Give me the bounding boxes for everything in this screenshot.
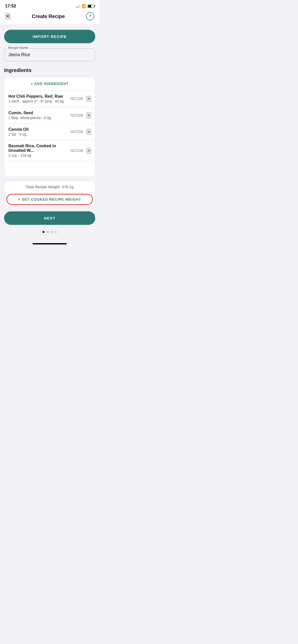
page-title: Create Recipe <box>32 13 65 19</box>
ingredient-remove-button[interactable]: ✕ <box>87 112 91 118</box>
page-dot-2 <box>47 231 49 233</box>
ingredient-name: Basmati Rice, Cooked in Unsalted W... <box>8 144 70 153</box>
ingredient-name: Hot Chili Peppers, Red, Raw <box>8 94 70 99</box>
page-dots <box>4 231 95 233</box>
ingredient-detail: 2 cup - 316.0g <box>8 153 70 157</box>
home-bar <box>33 243 67 244</box>
ingredient-row: Canola Oil 2 tsp - 9.1g NCCDB ✕ <box>4 124 95 140</box>
ingredient-detail: 2 tsp - 9.1g <box>8 132 70 136</box>
page-dot-3 <box>51 231 53 233</box>
ingredient-info: Basmati Rice, Cooked in Unsalted W... 2 … <box>8 144 70 157</box>
ingredient-row: Cumin, Seed 1 tbsp, whole pieces - 6.0g … <box>4 107 95 124</box>
ingredient-remove-button[interactable]: ✕ <box>87 148 91 154</box>
ingredient-name: Cumin, Seed <box>8 111 70 115</box>
wifi-icon: 📶 <box>82 4 86 8</box>
signal-icon <box>76 4 80 8</box>
recipe-name-container: Recipe Name <box>4 48 95 61</box>
nav-bar: ✕ Create Recipe ? <box>0 10 99 25</box>
status-icons: 📶 <box>76 4 94 8</box>
ingredient-row: Basmati Rice, Cooked in Unsalted W... 2 … <box>4 140 95 161</box>
ingredient-source: NCCDB <box>70 97 83 101</box>
ingredients-title: Ingredients <box>4 67 95 73</box>
help-button[interactable]: ? <box>86 12 94 20</box>
main-content: IMPORT RECIPE Recipe Name Ingredients + … <box>0 25 99 243</box>
ingredients-card: + ADD INGREDIENT Hot Chili Peppers, Red,… <box>4 77 95 177</box>
empty-space <box>4 161 95 177</box>
add-ingredient-button[interactable]: + ADD INGREDIENT <box>4 77 95 91</box>
status-bar: 17:52 📶 <box>0 0 99 10</box>
battery-icon <box>88 5 94 8</box>
recipe-name-input[interactable] <box>4 48 95 61</box>
page-dot-1 <box>43 231 45 233</box>
page-dot-4 <box>55 231 57 233</box>
ingredient-detail: 1 each - approx 4" - 6" long - 45.0g <box>8 99 70 103</box>
total-recipe-weight: Total Recipe Weight: 376.1g <box>4 181 95 193</box>
home-indicator <box>0 243 99 246</box>
ingredient-detail: 1 tbsp, whole pieces - 6.0g <box>8 116 70 120</box>
ingredient-name: Canola Oil <box>8 127 70 132</box>
set-weight-container: + SET COOKED RECIPE WEIGHT <box>4 193 95 206</box>
ingredient-row: Hot Chili Peppers, Red, Raw 1 each - app… <box>4 91 95 107</box>
ingredient-info: Canola Oil 2 tsp - 9.1g <box>8 127 70 136</box>
recipe-name-label: Recipe Name <box>7 46 29 50</box>
set-cooked-weight-button[interactable]: + SET COOKED RECIPE WEIGHT <box>4 193 95 206</box>
import-recipe-button[interactable]: IMPORT RECIPE <box>4 30 95 43</box>
bottom-card: Total Recipe Weight: 376.1g + SET COOKED… <box>4 181 95 206</box>
close-button[interactable]: ✕ <box>5 13 10 19</box>
ingredient-info: Hot Chili Peppers, Red, Raw 1 each - app… <box>8 94 70 103</box>
ingredient-remove-button[interactable]: ✕ <box>87 129 91 135</box>
ingredient-source: NCCDB <box>70 130 83 134</box>
next-button[interactable]: NEXT <box>4 211 95 225</box>
ingredient-remove-button[interactable]: ✕ <box>87 96 91 102</box>
ingredient-source: NCCDB <box>70 149 83 153</box>
status-time: 17:52 <box>5 4 16 9</box>
ingredient-info: Cumin, Seed 1 tbsp, whole pieces - 6.0g <box>8 111 70 120</box>
ingredient-source: NCCDB <box>70 113 83 117</box>
